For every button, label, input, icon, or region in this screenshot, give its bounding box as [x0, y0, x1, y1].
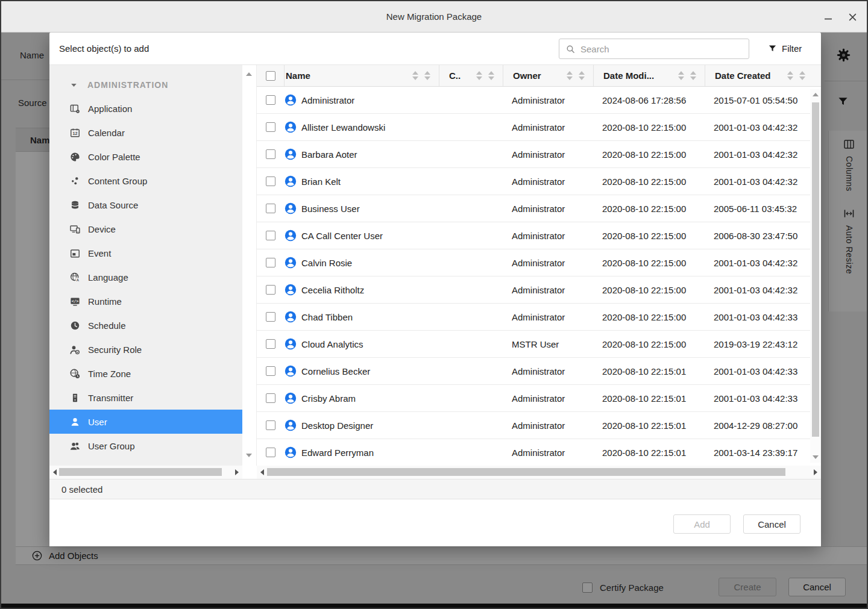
- sidebar-item-schedule[interactable]: Schedule: [49, 313, 242, 337]
- table-row[interactable]: Business UserAdministrator2020-08-10 22:…: [257, 195, 821, 222]
- sidebar-item-calendar[interactable]: 12Calendar: [49, 120, 242, 145]
- row-checkbox[interactable]: [266, 231, 275, 240]
- table-row[interactable]: Cecelia RitholtzAdministrator2020-08-10 …: [257, 276, 821, 304]
- scroll-down-icon[interactable]: [246, 454, 252, 457]
- sidebar-item-device[interactable]: Device: [49, 217, 242, 241]
- sort-descending-icon[interactable]: [476, 77, 482, 80]
- user-avatar-icon: [285, 148, 297, 160]
- scroll-left-icon[interactable]: [53, 469, 57, 475]
- scrollbar-thumb[interactable]: [267, 468, 785, 476]
- scrollbar-thumb[interactable]: [59, 468, 222, 476]
- sidebar-section-administration[interactable]: ADMINISTRATION: [49, 73, 242, 96]
- sort-ascending-icon[interactable]: [412, 71, 418, 75]
- sort-arrows[interactable]: [412, 71, 430, 80]
- sort-descending-icon[interactable]: [567, 77, 573, 80]
- sidebar-item-user-group[interactable]: User Group: [49, 434, 242, 458]
- sidebar-item-runtime[interactable]: </>Runtime: [49, 289, 242, 313]
- sort-descending-icon[interactable]: [412, 77, 418, 80]
- row-checkbox[interactable]: [266, 312, 275, 322]
- row-checkbox[interactable]: [266, 448, 275, 457]
- table-row[interactable]: Cornelius BeckerAdministrator2020-08-10 …: [257, 358, 821, 385]
- table-vertical-scrollbar[interactable]: [810, 89, 821, 463]
- table-row[interactable]: Crisby AbramAdministrator2020-08-10 22:1…: [257, 385, 821, 412]
- sidebar-item-transmitter[interactable]: Transmitter: [49, 386, 242, 410]
- sidebar-item-data-source[interactable]: Data Source: [49, 193, 242, 217]
- cell-date-modified: 2020-08-10 22:15:01: [594, 393, 705, 404]
- sort-descending-icon[interactable]: [488, 77, 494, 80]
- close-button[interactable]: [845, 10, 860, 24]
- table-row[interactable]: AdministratorAdministrator2024-08-06 17:…: [257, 87, 821, 114]
- sidebar-horizontal-scrollbar[interactable]: [49, 466, 242, 479]
- sidebar-item-event[interactable]: Event: [49, 241, 242, 265]
- sort-ascending-icon[interactable]: [579, 71, 585, 75]
- table-row[interactable]: CA Call Center UserAdministrator2020-08-…: [257, 222, 821, 249]
- sidebar-item-label: Language: [88, 272, 128, 283]
- sidebar-item-user[interactable]: User: [49, 410, 242, 434]
- sort-descending-icon[interactable]: [424, 77, 430, 80]
- scroll-right-icon[interactable]: [235, 469, 239, 475]
- scroll-up-icon[interactable]: [813, 93, 819, 96]
- sort-arrows[interactable]: [678, 71, 696, 80]
- sort-ascending-icon[interactable]: [690, 71, 696, 75]
- search-input[interactable]: [580, 44, 749, 54]
- sort-ascending-icon[interactable]: [567, 71, 573, 75]
- table-row[interactable]: Barbara AoterAdministrator2020-08-10 22:…: [257, 141, 821, 168]
- sidebar-item-security-role[interactable]: Security Role: [49, 337, 242, 361]
- sidebar-vertical-scrollbar[interactable]: [242, 65, 257, 466]
- sort-descending-icon[interactable]: [678, 77, 684, 80]
- filter-button[interactable]: Filter: [768, 33, 802, 64]
- row-checkbox[interactable]: [266, 176, 275, 186]
- sort-ascending-icon[interactable]: [787, 71, 793, 75]
- cancel-button[interactable]: Cancel: [743, 514, 800, 534]
- sort-ascending-icon[interactable]: [424, 71, 430, 75]
- scroll-up-icon[interactable]: [246, 72, 252, 76]
- add-button[interactable]: Add: [673, 514, 731, 534]
- sidebar-item-application[interactable]: Application: [49, 96, 242, 120]
- table-row[interactable]: Edward PerrymanAdministrator2020-08-10 2…: [257, 439, 821, 466]
- table-row[interactable]: Cloud AnalyticsMSTR User2020-08-10 22:15…: [257, 331, 821, 358]
- row-checkbox[interactable]: [266, 393, 275, 403]
- column-header-date-modi-[interactable]: Date Modi...: [594, 65, 705, 86]
- scroll-right-icon[interactable]: [814, 469, 817, 475]
- scroll-down-icon[interactable]: [813, 455, 819, 459]
- table-row[interactable]: Brian KeltAdministrator2020-08-10 22:15:…: [257, 168, 821, 195]
- row-checkbox[interactable]: [266, 366, 275, 376]
- sort-arrows[interactable]: [787, 71, 805, 80]
- sort-descending-icon[interactable]: [690, 77, 696, 80]
- row-checkbox[interactable]: [266, 149, 275, 159]
- table-row[interactable]: Chad TibbenAdministrator2020-08-10 22:15…: [257, 304, 821, 331]
- row-checkbox[interactable]: [266, 122, 275, 132]
- column-header-owner[interactable]: Owner: [503, 65, 594, 86]
- cell-name: Crisby Abram: [301, 393, 356, 404]
- scrollbar-thumb[interactable]: [812, 102, 819, 437]
- row-checkbox[interactable]: [266, 339, 275, 349]
- sort-ascending-icon[interactable]: [488, 71, 494, 75]
- sidebar-item-content-group[interactable]: Content Group: [49, 169, 242, 193]
- sort-ascending-icon[interactable]: [799, 71, 805, 75]
- sort-arrows[interactable]: [476, 71, 494, 80]
- table-row[interactable]: Calvin RosieAdministrator2020-08-10 22:1…: [257, 249, 821, 276]
- sort-descending-icon[interactable]: [787, 77, 793, 80]
- sidebar-item-time-zone[interactable]: Time Zone: [49, 361, 242, 386]
- minimize-button[interactable]: [821, 10, 835, 24]
- sidebar-item-color-palette[interactable]: Color Palette: [49, 145, 242, 169]
- sort-descending-icon[interactable]: [579, 77, 585, 80]
- column-header-name[interactable]: Name: [285, 65, 439, 86]
- scroll-left-icon[interactable]: [260, 469, 264, 475]
- row-checkbox[interactable]: [266, 204, 275, 213]
- table-row[interactable]: Allister LewandowskiAdministrator2020-08…: [257, 114, 821, 141]
- table-horizontal-scrollbar[interactable]: [257, 466, 821, 479]
- row-checkbox[interactable]: [266, 95, 275, 105]
- sort-descending-icon[interactable]: [799, 77, 805, 80]
- sort-arrows[interactable]: [567, 71, 585, 80]
- table-row[interactable]: Desktop DesignerAdministrator2020-08-10 …: [257, 412, 821, 439]
- sort-ascending-icon[interactable]: [678, 71, 684, 75]
- sidebar-item-language[interactable]: ALanguage: [49, 265, 242, 289]
- row-checkbox[interactable]: [266, 420, 275, 430]
- row-checkbox[interactable]: [266, 285, 275, 295]
- row-checkbox[interactable]: [266, 258, 275, 267]
- select-all-checkbox[interactable]: [266, 71, 275, 81]
- column-header-c-[interactable]: C..: [439, 65, 503, 86]
- column-header-date-created[interactable]: Date Created: [705, 65, 821, 86]
- sort-ascending-icon[interactable]: [476, 71, 482, 75]
